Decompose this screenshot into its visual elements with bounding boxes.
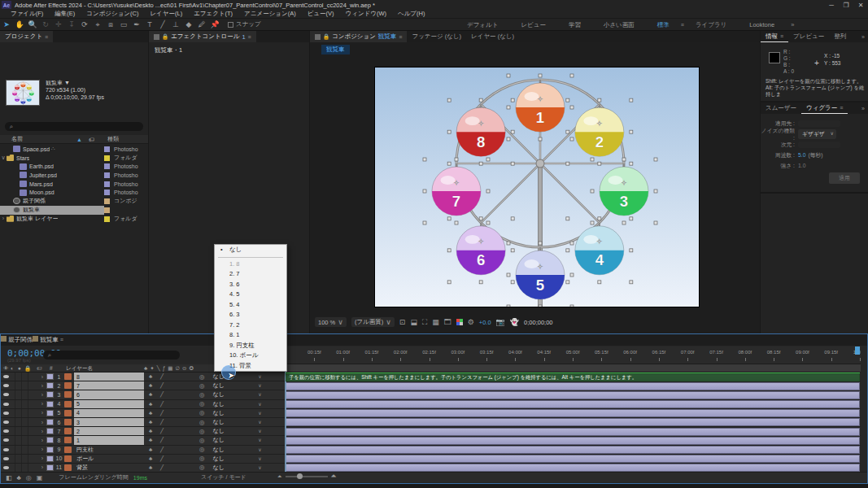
pickwhip-icon[interactable]: ◎ [199,419,205,426]
workspace-デフォルト[interactable]: デフォルト [456,21,509,29]
snap-checkbox[interactable] [228,22,233,28]
parent-menu-item-1. 8[interactable]: 1. 8 [215,259,286,270]
layer-label-swatch[interactable] [46,391,54,398]
layer-tab[interactable]: レイヤー (なし) [466,31,519,42]
twirl-icon[interactable]: › [0,216,7,221]
panel-menu-icon[interactable]: ≡ [840,105,843,111]
menu-レイヤー(L)[interactable]: レイヤー(L) [144,10,188,18]
project-item-観覧車 レイヤー[interactable]: ›観覧車 レイヤーフォルダ [0,215,148,224]
pickwhip-icon[interactable]: ◎ [199,382,205,390]
rotation-tool-icon[interactable]: ⟳ [78,20,91,28]
twirl-icon[interactable]: › [38,401,46,407]
eye-icon[interactable] [3,393,9,396]
parent-menu-item-2. 7[interactable]: 2. 7 [215,269,286,280]
layer-label-swatch[interactable] [46,428,54,434]
expand-layers-icon[interactable]: ◧ [6,474,12,481]
parent-menu-item-4. 5[interactable]: 4. 5 [215,290,286,300]
timeline-zoom-slider[interactable]: ⏶ ⏶ [277,472,337,481]
twirl-icon[interactable]: › [38,464,46,470]
panel-menu-icon[interactable]: ≡ [399,34,402,40]
align-tab[interactable]: 整列 [829,31,851,42]
project-item-Space.psd[interactable]: Space.psd∴Photosho [0,145,148,154]
region-of-interest-icon[interactable]: ⛶ [422,318,427,327]
layer-switches[interactable]: ♣ ╱ [144,410,175,416]
magnification-select[interactable]: 100 %∨ [315,317,347,327]
layer-switches[interactable]: ♣ ╱ [144,382,175,389]
solo-cell[interactable] [15,400,22,408]
menu-コンポジション(C)[interactable]: コンポジション(C) [81,10,144,18]
solo-cell[interactable] [15,436,22,444]
lock-cell[interactable] [22,409,28,417]
label-color-swatch[interactable] [104,146,110,152]
effect-controls-tab[interactable]: 🔒 エフェクトコントロール 1 ≡ [149,31,256,42]
layer-duration-bar[interactable] [286,437,860,445]
audio-cell[interactable] [9,446,15,454]
pickwhip-icon[interactable]: ◎ [199,428,205,435]
eye-icon[interactable] [3,429,9,433]
clone-stamp-tool-icon[interactable]: ⊥ [169,20,182,28]
solo-cell[interactable] [15,455,22,463]
solo-cell[interactable] [15,464,22,472]
pickwhip-icon[interactable]: ◎ [199,437,205,444]
parent-select[interactable]: なし [210,418,264,426]
twirl-icon[interactable]: › [38,420,46,425]
label-color-swatch[interactable] [104,163,110,169]
timeline-search-input[interactable]: ⌕ [43,351,180,359]
composition-canvas[interactable]: 1✧2✧3✧4✧5✧6✧7✧8✧ [374,67,700,307]
audio-cell[interactable] [9,400,15,408]
close-button[interactable]: ✕ [853,2,868,9]
layer-label-swatch[interactable] [46,437,54,443]
panel-menu-icon[interactable]: ≡ [60,337,63,342]
layer-label-swatch[interactable] [46,464,54,471]
footage-tab[interactable]: フッテージ (なし) [407,31,466,42]
layer-name[interactable]: 5 [74,400,144,408]
layer-duration-bar[interactable] [286,428,860,436]
layer-label-swatch[interactable] [46,447,54,453]
parent-menu-item-none[interactable]: なし [215,245,286,255]
lock-cell[interactable] [22,400,28,408]
twirl-icon[interactable]: › [38,410,46,416]
panel-menu-icon[interactable]: ≡ [248,34,251,40]
puppet-pin-tool-icon[interactable]: 📌 [208,20,221,28]
layer-row-7[interactable]: ›72♣ ╱◎なし [1,427,861,436]
frame-blend-icon[interactable]: ◎ [26,474,32,481]
workspace-レビュー[interactable]: レビュー [509,21,557,29]
layer-switches[interactable]: ♣ ╱ [144,437,175,443]
layer-row-10[interactable]: ›10ボール♣ ╱◎なし [1,455,861,464]
audio-cell[interactable] [9,455,15,463]
audio-cell[interactable] [9,418,15,426]
layer-label-swatch[interactable] [46,373,54,380]
layer-duration-bar[interactable] [286,464,860,472]
pickwhip-icon[interactable]: ◎ [199,391,205,399]
brush-tool-icon[interactable]: ╱ [156,20,169,28]
field-value[interactable]: ギザギザ [798,129,836,139]
panel-menu-icon[interactable]: ≡ [780,33,783,39]
layer-switches[interactable]: ♣ ╱ [144,428,175,434]
layer-row-9[interactable]: ›9円支柱♣ ╱◎なし [1,446,861,455]
solo-cell[interactable] [15,373,22,381]
workspace-学習[interactable]: 学習 [557,21,592,29]
parent-select[interactable]: なし [210,464,264,472]
layer-duration-bar[interactable] [286,418,860,426]
layer-label-swatch[interactable] [46,382,54,389]
layer-duration-bar[interactable] [286,391,860,399]
choose-grid-guides-icon[interactable]: ⊡ [399,318,406,326]
snapshot-camera-icon[interactable]: 📷 [496,318,505,326]
workspace-Looktone[interactable]: Looktone [738,21,786,28]
parent-select[interactable]: なし [210,427,264,435]
menu-ビュー(V)[interactable]: ビュー(V) [302,10,340,18]
layer-row-2[interactable]: ›27♣ ╱◎なし [1,381,861,390]
layer-label-swatch[interactable] [46,419,54,425]
zoom-tool-icon[interactable]: 🔍 [26,20,39,28]
layer-name[interactable]: ボール [74,455,144,463]
selection-tool-icon[interactable]: ➤ [0,20,13,28]
eraser-tool-icon[interactable]: ◆ [182,20,195,28]
project-item-Moon.psd[interactable]: Moon.psdPhotosho [0,188,148,197]
shape-tool-icon[interactable]: ▭ [117,20,130,28]
layer-row-5[interactable]: ›54♣ ╱◎なし [1,409,861,418]
timeline-tab-oyako[interactable]: 親子関係 [1,336,33,344]
audio-cell[interactable] [9,436,15,444]
eye-icon[interactable] [3,466,9,469]
label-color-swatch[interactable] [104,155,110,161]
eye-icon[interactable] [3,448,9,451]
